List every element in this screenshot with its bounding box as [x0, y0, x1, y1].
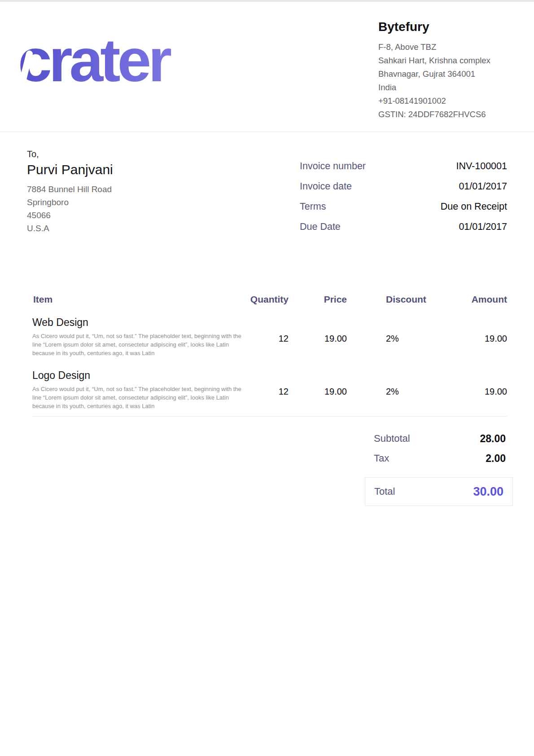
bill-to-section: To, Purvi Panjvani 7884 Bunnel Hill Road…: [27, 149, 113, 235]
company-address-line: Sahkari Hart, Krishna complex: [378, 54, 490, 67]
item-description: As Cicero would put it, “Um, not so fast…: [32, 385, 247, 410]
item-description: As Cicero would put it, “Um, not so fast…: [32, 332, 247, 357]
company-address-line: F-8, Above TBZ: [378, 40, 490, 54]
company-phone: +91-08141901002: [378, 94, 490, 108]
due-date-value: 01/01/2017: [459, 221, 507, 233]
column-header-price: Price: [324, 294, 347, 305]
due-date-label: Due Date: [300, 221, 341, 233]
subtotal-row: Subtotal 28.00: [374, 431, 506, 446]
items-table-header: Item Quantity Price Discount Amount: [32, 294, 507, 308]
column-header-discount: Discount: [386, 294, 426, 305]
invoice-date-value: 01/01/2017: [459, 181, 507, 192]
item-quantity: 12: [279, 387, 289, 397]
customer-address-line: U.S.A: [27, 222, 113, 235]
column-header-item: Item: [33, 294, 53, 305]
customer-address-line: 45066: [27, 209, 113, 222]
total-value: 30.00: [473, 485, 503, 499]
invoice-header: crater Bytefury F-8, Above TBZ Sahkari H…: [0, 2, 534, 132]
tax-row: Tax 2.00: [374, 451, 506, 466]
tax-label: Tax: [374, 453, 389, 464]
invoice-number-label: Invoice number: [300, 161, 366, 172]
item-name: Logo Design: [32, 369, 507, 382]
subtotal-value: 28.00: [480, 433, 506, 445]
invoice-date-row: Invoice date 01/01/2017: [300, 181, 507, 192]
terms-value: Due on Receipt: [441, 201, 507, 212]
total-label: Total: [374, 486, 395, 497]
item-price: 19.00: [324, 387, 347, 397]
crater-logo-text: crater: [18, 30, 229, 91]
tax-value: 2.00: [486, 453, 506, 465]
table-row: Web Design As Cicero would put it, “Um, …: [32, 316, 507, 366]
item-price: 19.00: [324, 334, 347, 344]
terms-row: Terms Due on Receipt: [300, 201, 507, 212]
company-address: F-8, Above TBZ Sahkari Hart, Krishna com…: [378, 40, 490, 121]
company-address-line: Bhavnagar, Gujrat 364001: [378, 67, 490, 81]
customer-address: 7884 Bunnel Hill Road Springboro 45066 U…: [27, 183, 113, 235]
company-address-line: India: [378, 81, 490, 94]
due-date-row: Due Date 01/01/2017: [300, 221, 507, 233]
company-info: Bytefury F-8, Above TBZ Sahkari Hart, Kr…: [378, 20, 490, 121]
invoice-date-label: Invoice date: [300, 181, 352, 192]
bill-to-label: To,: [27, 149, 113, 159]
company-name: Bytefury: [378, 20, 490, 34]
totals-section: Subtotal 28.00 Tax 2.00 Total 30.00: [365, 429, 513, 510]
item-amount: 19.00: [485, 334, 507, 344]
customer-name: Purvi Panjvani: [27, 162, 113, 177]
item-discount: 2%: [386, 387, 399, 397]
customer-address-line: Springboro: [27, 196, 113, 209]
column-header-quantity: Quantity: [250, 294, 289, 305]
item-quantity: 12: [279, 334, 289, 344]
item-amount: 19.00: [485, 387, 507, 397]
invoice-number-value: INV-100001: [456, 161, 507, 172]
crater-logo: crater: [18, 30, 229, 92]
subtotal-label: Subtotal: [374, 433, 410, 444]
column-header-amount: Amount: [472, 294, 507, 305]
item-discount: 2%: [386, 334, 399, 344]
terms-label: Terms: [300, 201, 326, 212]
invoice-number-row: Invoice number INV-100001: [300, 161, 507, 172]
items-table: Item Quantity Price Discount Amount Web …: [32, 294, 507, 424]
item-name: Web Design: [32, 316, 507, 329]
company-gstin: GSTIN: 24DDF7682FHVCS6: [378, 108, 490, 121]
total-box: Total 30.00: [365, 477, 513, 506]
divider: [32, 416, 507, 417]
invoice-page: crater Bytefury F-8, Above TBZ Sahkari H…: [0, 0, 534, 756]
table-row: Logo Design As Cicero would put it, “Um,…: [32, 369, 507, 419]
customer-address-line: 7884 Bunnel Hill Road: [27, 183, 113, 196]
